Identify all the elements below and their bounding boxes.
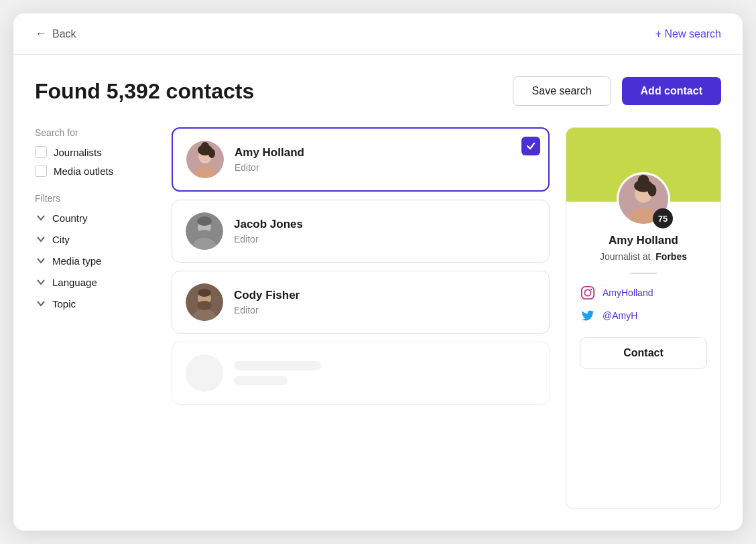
filter-country-label: Country: [52, 212, 88, 224]
chevron-topic-icon: [35, 297, 47, 310]
selected-check-amy-holland: [521, 137, 540, 155]
skeleton-info: [234, 361, 321, 385]
check-icon: [526, 141, 536, 151]
filter-country[interactable]: Country: [35, 212, 155, 224]
detail-divider: [630, 273, 657, 274]
filter-list: Country City Media type Language: [35, 212, 155, 310]
contact-card-jacob-jones[interactable]: Jacob Jones Editor: [172, 200, 550, 263]
avatar-cody-fisher: [186, 283, 223, 321]
avatar-img-cody: [186, 283, 223, 321]
back-arrow-icon: ←: [35, 27, 47, 41]
svg-point-15: [197, 301, 212, 310]
chevron-city-icon: [35, 233, 47, 245]
filter-media-type[interactable]: Media type: [35, 255, 155, 267]
contact-card-amy-holland[interactable]: Amy Holland Editor: [172, 127, 550, 192]
twitter-icon: [580, 308, 596, 324]
skeleton-name-line: [234, 361, 321, 370]
header-row: Found 5,392 contacts Save search Add con…: [35, 76, 721, 106]
media-outlets-label: Media outlets: [54, 165, 113, 177]
contact-button[interactable]: Contact: [580, 337, 707, 369]
contact-name-jacob-jones: Jacob Jones: [234, 218, 303, 231]
save-search-button[interactable]: Save search: [513, 76, 611, 106]
found-contacts-title: Found 5,392 contacts: [35, 79, 254, 104]
chevron-language-icon: [35, 276, 47, 288]
search-type-media-outlets[interactable]: Media outlets: [35, 165, 155, 177]
detail-company: Forbes: [655, 251, 687, 262]
instagram-link[interactable]: AmyHolland: [580, 285, 707, 301]
filter-language-label: Language: [52, 277, 97, 288]
svg-point-11: [197, 216, 212, 226]
detail-body: Amy Holland Journalist at Forbes: [566, 202, 720, 383]
media-outlets-checkbox[interactable]: [35, 165, 47, 177]
search-type-list: Journalists Media outlets: [35, 146, 155, 177]
instagram-handle: AmyHolland: [603, 287, 653, 298]
twitter-handle: @AmyH: [603, 310, 637, 321]
instagram-icon: [580, 285, 596, 301]
journalists-label: Journalists: [54, 147, 102, 158]
top-nav: ← Back + New search: [13, 13, 743, 55]
chevron-country-icon: [35, 212, 47, 224]
contact-info-jacob-jones: Jacob Jones Editor: [234, 218, 303, 245]
contact-name-amy-holland: Amy Holland: [235, 146, 304, 159]
back-label: Back: [52, 28, 76, 40]
filter-topic[interactable]: Topic: [35, 297, 155, 310]
avatar-img-amy: [186, 141, 224, 178]
svg-point-22: [638, 175, 649, 186]
svg-point-24: [584, 289, 590, 295]
social-links: AmyHolland @AmyH: [580, 285, 707, 324]
detail-contact-name: Amy Holland: [609, 234, 678, 247]
new-search-button[interactable]: + New search: [655, 28, 721, 40]
instagram-svg: [580, 285, 595, 300]
contact-info-cody-fisher: Cody Fisher Editor: [234, 289, 300, 316]
filter-media-type-label: Media type: [52, 255, 101, 267]
filter-city-label: City: [52, 234, 70, 245]
svg-point-10: [198, 230, 211, 238]
twitter-svg: [580, 308, 595, 323]
detail-panel: 75 Amy Holland Journalist at Forbes: [566, 127, 721, 509]
search-section-label: Search for: [35, 127, 155, 138]
contact-card-cody-fisher[interactable]: Cody Fisher Editor: [172, 271, 550, 334]
svg-point-6: [201, 142, 209, 150]
filter-topic-label: Topic: [52, 298, 76, 310]
svg-point-16: [198, 289, 211, 297]
body-layout: Search for Journalists Media outlets Fil…: [35, 127, 721, 509]
chevron-mediatype-icon: [35, 255, 47, 267]
role-prefix: Journalist at: [600, 251, 650, 262]
app-window: ← Back + New search Found 5,392 contacts…: [13, 13, 743, 531]
detail-avatar-wrap: 75: [617, 172, 670, 226]
svg-point-25: [590, 288, 592, 289]
header-actions: Save search Add contact: [513, 76, 721, 106]
svg-point-5: [208, 149, 215, 158]
contact-name-cody-fisher: Cody Fisher: [234, 289, 300, 302]
contact-info-amy-holland: Amy Holland Editor: [235, 146, 304, 173]
filter-language[interactable]: Language: [35, 276, 155, 288]
detail-contact-role: Journalist at Forbes: [600, 251, 687, 262]
contact-card-skeleton: [172, 342, 550, 405]
twitter-link[interactable]: @AmyH: [580, 308, 707, 324]
avatar-amy-holland: [186, 141, 224, 178]
detail-banner: 75: [566, 128, 720, 202]
avatar-img-jacob: [186, 212, 223, 250]
filter-city[interactable]: City: [35, 233, 155, 245]
score-badge: 75: [653, 208, 673, 228]
contact-role-jacob-jones: Editor: [234, 234, 303, 245]
contact-role-cody-fisher: Editor: [234, 305, 300, 316]
sidebar: Search for Journalists Media outlets Fil…: [35, 127, 155, 509]
svg-point-21: [647, 184, 656, 197]
contact-role-amy-holland: Editor: [235, 162, 304, 173]
svg-rect-23: [582, 286, 594, 298]
search-type-journalists[interactable]: Journalists: [35, 146, 155, 158]
avatar-jacob-jones: [186, 212, 223, 250]
back-button[interactable]: ← Back: [35, 27, 76, 41]
contact-list: Amy Holland Editor: [172, 127, 550, 509]
skeleton-role-line: [234, 376, 288, 385]
main-content: Found 5,392 contacts Save search Add con…: [13, 55, 743, 531]
skeleton-avatar: [186, 354, 223, 392]
filters-section-label: Filters: [35, 193, 155, 204]
add-contact-button[interactable]: Add contact: [622, 77, 721, 105]
journalists-checkbox[interactable]: [35, 146, 47, 158]
